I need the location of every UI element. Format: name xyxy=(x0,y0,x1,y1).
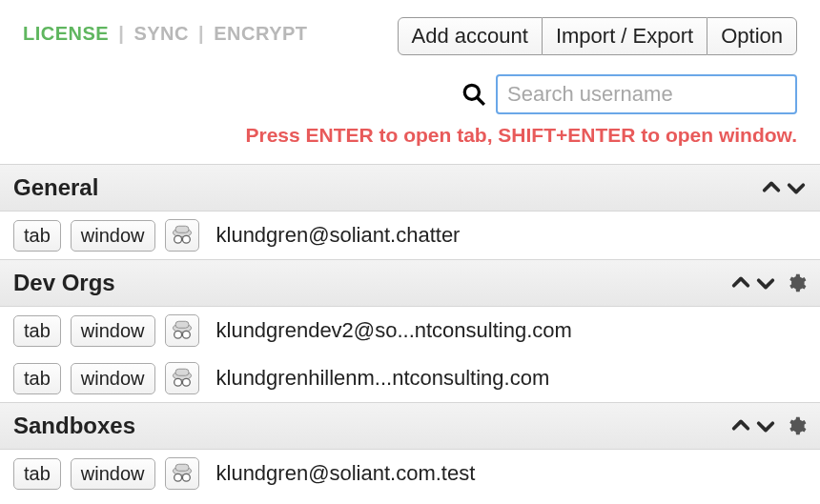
incognito-icon xyxy=(169,365,195,393)
svg-rect-8 xyxy=(175,321,189,328)
svg-point-5 xyxy=(182,235,190,243)
chevron-up-icon[interactable] xyxy=(761,177,782,198)
section-title: Sandboxes xyxy=(13,413,135,439)
tab-button[interactable]: tab xyxy=(13,363,61,394)
svg-point-15 xyxy=(182,378,190,386)
search-icon xyxy=(461,82,486,107)
section-header: Sandboxes xyxy=(0,402,820,450)
incognito-icon xyxy=(169,222,195,250)
incognito-button[interactable] xyxy=(165,457,199,490)
section-controls xyxy=(761,177,807,198)
window-button[interactable]: window xyxy=(71,363,155,394)
tab-button[interactable]: tab xyxy=(13,220,61,252)
username-label: klundgrenhillenm...ntconsulting.com xyxy=(216,366,550,391)
svg-rect-13 xyxy=(175,369,189,375)
account-row: tabwindow klundgren@soliant.com.test xyxy=(0,450,820,497)
window-button[interactable]: window xyxy=(71,315,155,347)
top-buttons: Add account Import / Export Option xyxy=(398,17,797,55)
top-bar: LICENSE | SYNC | ENCRYPT Add account Imp… xyxy=(23,17,797,55)
chevron-down-icon[interactable] xyxy=(755,415,776,436)
gear-icon[interactable] xyxy=(786,272,807,293)
sync-link[interactable]: SYNC xyxy=(133,23,189,44)
section-header: General xyxy=(0,164,820,212)
section-title: General xyxy=(13,174,98,201)
account-row: tabwindow klundgrenhillenm...ntconsultin… xyxy=(0,354,820,402)
svg-point-20 xyxy=(182,474,190,481)
section-title: Dev Orgs xyxy=(13,270,115,296)
incognito-button[interactable] xyxy=(165,219,199,252)
account-row: tabwindow klundgrendev2@so...ntconsultin… xyxy=(0,307,820,354)
gear-icon[interactable] xyxy=(786,415,807,436)
add-account-button[interactable]: Add account xyxy=(398,17,543,55)
license-link[interactable]: LICENSE xyxy=(23,23,109,44)
chevron-down-icon[interactable] xyxy=(786,177,807,198)
username-label: klundgren@soliant.com.test xyxy=(216,461,476,486)
account-row: tabwindow klundgren@soliant.chatter xyxy=(0,212,820,259)
svg-point-19 xyxy=(174,474,181,481)
option-button[interactable]: Option xyxy=(707,17,797,55)
svg-point-0 xyxy=(464,85,479,99)
incognito-button[interactable] xyxy=(165,362,199,394)
keyboard-hint: Press ENTER to open tab, SHIFT+ENTER to … xyxy=(23,124,797,147)
window-button[interactable]: window xyxy=(71,458,155,490)
import-export-button[interactable]: Import / Export xyxy=(543,17,707,55)
search-row xyxy=(23,74,797,114)
username-label: klundgrendev2@so...ntconsulting.com xyxy=(216,318,572,343)
chevron-up-icon[interactable] xyxy=(730,415,751,436)
svg-point-9 xyxy=(174,331,181,338)
username-label: klundgren@soliant.chatter xyxy=(216,223,461,248)
incognito-icon xyxy=(169,317,195,345)
section-header: Dev Orgs xyxy=(0,259,820,307)
chevron-up-icon[interactable] xyxy=(730,272,751,293)
tab-button[interactable]: tab xyxy=(13,315,61,347)
incognito-button[interactable] xyxy=(165,314,199,347)
svg-point-10 xyxy=(182,331,190,338)
svg-rect-3 xyxy=(175,226,189,232)
window-button[interactable]: window xyxy=(71,220,155,252)
search-input[interactable] xyxy=(496,74,797,114)
chevron-down-icon[interactable] xyxy=(755,272,776,293)
svg-rect-18 xyxy=(175,464,189,471)
incognito-icon xyxy=(169,460,195,488)
section-controls xyxy=(730,272,807,293)
svg-line-1 xyxy=(477,97,484,105)
top-links: LICENSE | SYNC | ENCRYPT xyxy=(23,17,308,45)
svg-point-4 xyxy=(174,235,181,243)
separator: | xyxy=(195,23,208,44)
svg-point-14 xyxy=(174,378,181,386)
separator: | xyxy=(114,23,128,44)
encrypt-link[interactable]: ENCRYPT xyxy=(214,23,307,44)
section-controls xyxy=(730,415,807,436)
tab-button[interactable]: tab xyxy=(13,458,61,490)
